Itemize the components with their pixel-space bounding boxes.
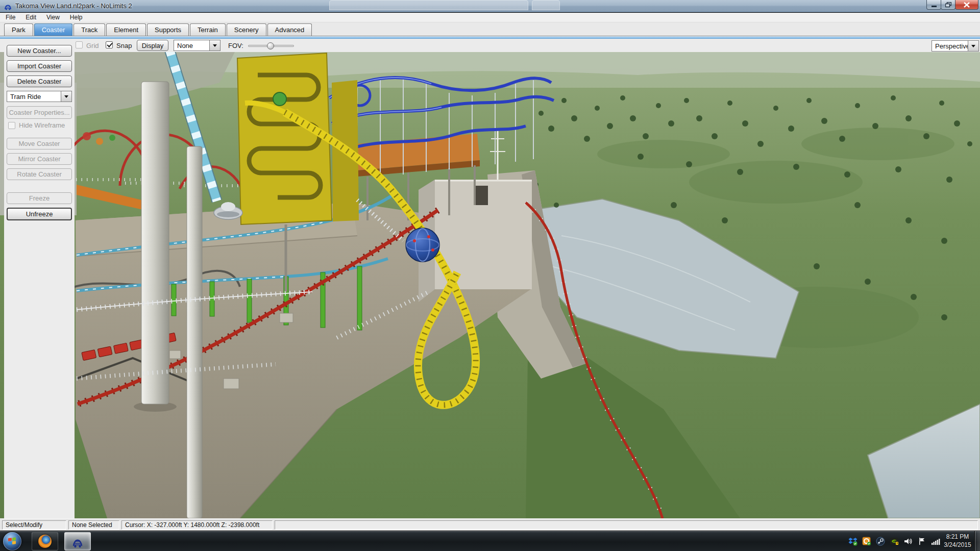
background-window-tab2 <box>532 0 560 10</box>
clock-time: 8:21 PM <box>941 533 974 541</box>
hide-wireframe-label: Hide Wireframe <box>19 121 65 129</box>
blue-sphere-vehicle <box>406 228 439 262</box>
network-signal-icon[interactable] <box>931 537 940 546</box>
firefox-icon <box>38 535 52 548</box>
display-mode-combo[interactable]: None <box>174 40 220 51</box>
tab-advanced[interactable]: Advanced <box>267 23 312 36</box>
action-center-flag-icon[interactable] <box>917 537 926 546</box>
snap-label: Snap <box>116 42 132 49</box>
view-toolbar: Grid Snap Display None FOV: Perspective <box>0 39 980 52</box>
view-mode-combo[interactable]: Perspective <box>932 40 979 52</box>
status-bar: Select/Modify None Selected Cursor: X: -… <box>0 518 980 531</box>
windows-logo-icon <box>8 537 16 545</box>
minimize-button[interactable] <box>926 0 941 10</box>
menu-edit[interactable]: Edit <box>21 13 41 22</box>
dropbox-icon[interactable] <box>848 537 857 546</box>
snap-checkbox[interactable] <box>106 41 113 48</box>
app-icon <box>4 2 12 10</box>
chevron-down-icon[interactable] <box>968 41 978 51</box>
hide-wireframe-checkbox[interactable] <box>8 122 15 129</box>
hide-wireframe-row: Hide Wireframe <box>8 121 65 129</box>
coaster-select-combo[interactable]: Tram Ride <box>7 91 72 102</box>
display-button[interactable]: Display <box>137 40 168 51</box>
freeze-button[interactable]: Freeze <box>7 192 72 204</box>
mirror-coaster-button[interactable]: Mirror Coaster <box>7 153 72 165</box>
fov-slider-thumb[interactable] <box>267 42 274 49</box>
tab-park[interactable]: Park <box>4 23 33 36</box>
grid-label: Grid <box>86 42 99 49</box>
tab-terrain[interactable]: Terrain <box>190 23 226 36</box>
nolimits2-icon <box>71 535 84 548</box>
white-pillar-2 <box>187 146 202 518</box>
taskbar-nolimits2-button[interactable] <box>64 532 91 550</box>
display-mode-value: None <box>174 42 209 49</box>
chevron-down-icon[interactable] <box>209 40 220 51</box>
title-bar[interactable]: Takoma View Land.nl2park - NoLimits 2 <box>0 0 980 12</box>
status-cursor-coords: Cursor: X: -327.000ft Y: 1480.000ft Z: -… <box>121 520 273 530</box>
status-empty <box>275 520 978 530</box>
restore-button[interactable] <box>941 0 955 10</box>
coaster-panel: New Coaster... Import Coaster Delete Coa… <box>4 44 75 518</box>
viewport-3d-scene[interactable] <box>0 52 980 518</box>
tab-track[interactable]: Track <box>74 23 105 36</box>
taskbar-firefox-button[interactable] <box>32 532 58 550</box>
tab-scenery[interactable]: Scenery <box>227 23 266 36</box>
menu-bar: File Edit View Help <box>0 13 980 22</box>
import-coaster-button[interactable]: Import Coaster <box>7 60 72 72</box>
fov-label: FOV: <box>228 42 243 49</box>
steam-icon[interactable] <box>876 537 885 546</box>
windows-taskbar: 8:21 PM 3/24/2015 <box>0 531 980 551</box>
system-tray <box>848 531 940 551</box>
show-desktop-button[interactable] <box>975 531 980 551</box>
window-title: Takoma View Land.nl2park - NoLimits 2 <box>15 2 132 10</box>
taskbar-clock[interactable]: 8:21 PM 3/24/2015 <box>941 533 974 549</box>
close-icon[interactable] <box>955 0 978 10</box>
move-coaster-button[interactable]: Move Coaster <box>7 138 72 149</box>
tab-coaster[interactable]: Coaster <box>34 23 73 36</box>
unfreeze-button[interactable]: Unfreeze <box>7 208 72 220</box>
background-window-tab <box>329 0 528 10</box>
view-mode-value: Perspective <box>932 42 968 50</box>
nvidia-settings-icon[interactable] <box>890 537 899 546</box>
status-selection: None Selected <box>68 520 119 530</box>
delete-coaster-button[interactable]: Delete Coaster <box>7 76 72 87</box>
clock-date: 3/24/2015 <box>941 541 974 549</box>
white-pillar <box>141 82 169 404</box>
nolimits2-editor-window: Takoma View Land.nl2park - NoLimits 2 Fi… <box>0 0 980 551</box>
chevron-down-icon[interactable] <box>61 91 71 102</box>
coaster-properties-button[interactable]: Coaster Properties... <box>7 106 72 119</box>
menu-view[interactable]: View <box>42 13 64 22</box>
fov-slider[interactable] <box>248 45 294 47</box>
coaster-select-value: Tram Ride <box>7 93 61 101</box>
volume-icon[interactable] <box>903 537 913 546</box>
menu-help[interactable]: Help <box>65 13 87 22</box>
tab-element[interactable]: Element <box>106 23 146 36</box>
orange-app-icon[interactable] <box>862 537 871 546</box>
grid-checkbox[interactable] <box>76 41 83 48</box>
new-coaster-button[interactable]: New Coaster... <box>7 45 72 57</box>
tab-supports[interactable]: Supports <box>147 23 189 36</box>
rotate-coaster-button[interactable]: Rotate Coaster <box>7 168 72 180</box>
menu-file[interactable]: File <box>1 13 20 22</box>
mode-tab-bar: Park Coaster Track Element Supports Terr… <box>0 22 980 36</box>
start-button[interactable] <box>3 532 21 550</box>
status-mode: Select/Modify <box>2 520 66 530</box>
